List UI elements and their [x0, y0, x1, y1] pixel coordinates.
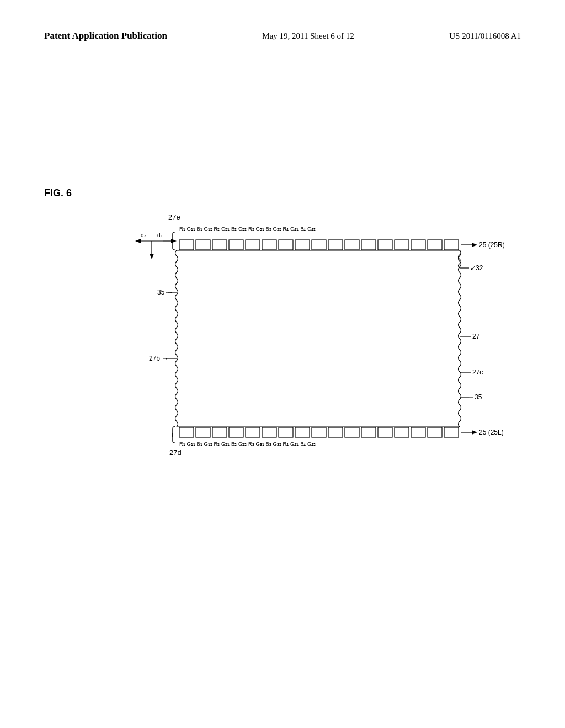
- svg-rect-4: [212, 240, 227, 250]
- svg-rect-49: [411, 427, 425, 437]
- svg-rect-48: [395, 427, 409, 437]
- svg-rect-40: [262, 427, 276, 437]
- svg-rect-7: [262, 240, 276, 250]
- label-35-left: 35 →: [157, 288, 173, 296]
- svg-rect-5: [229, 240, 243, 250]
- publication-title: Patent Application Publication: [44, 30, 167, 41]
- svg-rect-6: [246, 240, 260, 250]
- svg-rect-38: [229, 427, 243, 437]
- svg-rect-2: [179, 240, 194, 250]
- bottom-pixel-row: [179, 427, 459, 437]
- svg-marker-32: [150, 254, 154, 259]
- svg-rect-10: [312, 240, 326, 250]
- label-32: ↙32: [470, 264, 483, 272]
- label-27-right: 27: [472, 333, 480, 340]
- pixel-sequence-bottom: R₁ G₁₁ B₁ G₁₂ R₂ G₂₁ B₂ G₂₂ R₃ G₃₁ B₃ G₃…: [179, 441, 316, 447]
- label-35-right: ←35: [468, 393, 482, 401]
- svg-marker-55: [472, 430, 477, 435]
- svg-rect-11: [328, 240, 343, 250]
- svg-rect-41: [279, 427, 293, 437]
- svg-rect-47: [378, 427, 392, 437]
- svg-rect-35: [179, 427, 194, 437]
- label-27d: 27d: [169, 448, 182, 457]
- patent-number: US 2011/0116008 A1: [449, 31, 521, 41]
- figure-label: FIG. 6: [44, 188, 72, 199]
- svg-marker-28: [135, 239, 141, 243]
- label-25L: 25 (25L): [479, 429, 504, 436]
- svg-rect-36: [196, 427, 210, 437]
- pixel-sequence-top: R₁ G₁₁ B₁ G₁₂ R₂ G₂₁ B₂ G₂₂ R₃ G₃₁ B₃ G₃…: [179, 226, 316, 232]
- svg-rect-46: [361, 427, 376, 437]
- sheet-info: May 19, 2011 Sheet 6 of 12: [262, 31, 354, 41]
- svg-text:⎩: ⎩: [169, 432, 176, 443]
- svg-rect-3: [196, 240, 210, 250]
- label-d2: d₂: [141, 232, 146, 238]
- svg-rect-17: [428, 240, 442, 250]
- diagram-svg: 27e R₁ G₁₁ B₁ G₁₂ R₂ G₂₁ B₂ G₂₂ R₃ G₃₁ B…: [55, 210, 508, 474]
- svg-rect-12: [345, 240, 359, 250]
- svg-rect-14: [378, 240, 392, 250]
- svg-rect-9: [295, 240, 310, 250]
- svg-rect-51: [444, 427, 459, 437]
- label-25R: 25 (25R): [479, 241, 505, 249]
- svg-rect-37: [212, 427, 227, 437]
- svg-rect-13: [361, 240, 376, 250]
- diagram-container: 27e R₁ G₁₁ B₁ G₁₂ R₂ G₂₁ B₂ G₂₂ R₃ G₃₁ B…: [55, 210, 508, 474]
- svg-rect-42: [295, 427, 310, 437]
- page-header: Patent Application Publication May 19, 2…: [0, 30, 565, 41]
- label-d1: d₁: [157, 232, 163, 238]
- svg-rect-15: [395, 240, 409, 250]
- svg-rect-18: [444, 240, 459, 250]
- svg-rect-16: [411, 240, 425, 250]
- label-27b: 27b →: [149, 355, 168, 362]
- svg-marker-20: [472, 243, 477, 247]
- svg-rect-43: [312, 427, 326, 437]
- svg-rect-44: [328, 427, 343, 437]
- svg-rect-50: [428, 427, 442, 437]
- top-pixel-row: [179, 240, 459, 250]
- svg-rect-45: [345, 427, 359, 437]
- label-27e: 27e: [168, 213, 180, 221]
- svg-rect-39: [246, 427, 260, 437]
- label-27c: 27c: [472, 368, 483, 376]
- svg-rect-8: [279, 240, 293, 250]
